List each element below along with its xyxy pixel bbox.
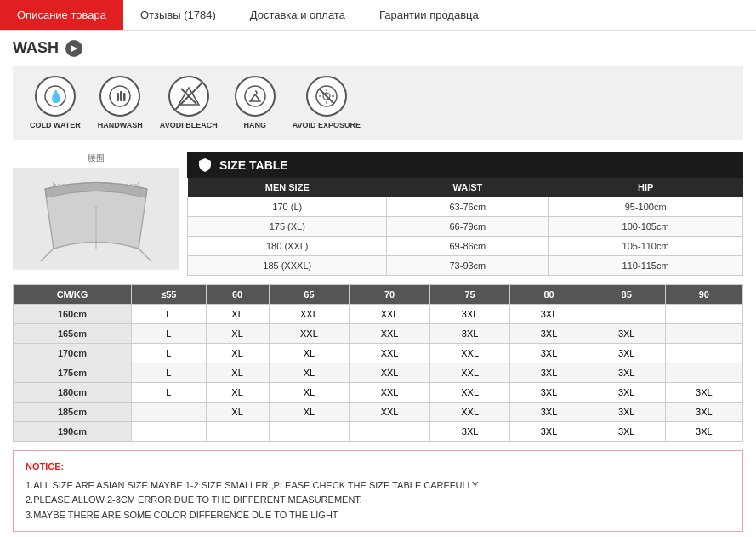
table-row: 175 (XL)66-79cm100-105cm <box>188 217 743 237</box>
hang-label: HANG <box>243 121 266 129</box>
table-row: 185 (XXXL)73-93cm110-115cm <box>188 256 743 276</box>
tab-bar: Описание товара Отзывы (1784) Доставка и… <box>0 0 756 31</box>
svg-rect-3 <box>117 93 119 101</box>
care-item-avodi-bleach: AVODI BLEACH <box>160 76 218 129</box>
shield-icon <box>197 157 213 173</box>
wash-header: WASH ▶ <box>13 39 743 57</box>
table-row: 175cmLXLXLXXLXXL3XL3XL <box>14 363 743 383</box>
table-row: 170cmLXLXLXXLXXL3XL3XL <box>14 344 743 363</box>
cold-water-icon: 💧 <box>35 76 76 117</box>
main-content: WASH ▶ 💧 COLD WATER <box>0 31 756 537</box>
col-waist: WAIST <box>387 178 549 197</box>
avodi-bleach-icon <box>168 76 209 117</box>
svg-text:💧: 💧 <box>48 89 63 104</box>
handwash-icon <box>99 76 140 117</box>
table-row: 170 (L)63-76cm95-100cm <box>188 197 743 217</box>
table-row: 165cmLXLXXLXXL3XL3XL3XL <box>14 324 743 344</box>
wash-title: WASH <box>13 39 59 57</box>
table-row: 185cmXLXLXXLXXL3XL3XL3XL <box>14 403 743 422</box>
wash-arrow-icon: ▶ <box>65 40 82 57</box>
care-item-avoid-exposure: AVOID EXPOSURE <box>293 76 361 129</box>
product-image-label: 腰围 <box>13 152 179 164</box>
tab-delivery[interactable]: Доставка и оплата <box>233 0 362 30</box>
product-image-box <box>13 168 179 270</box>
tab-guarantee[interactable]: Гарантии продавца <box>362 0 496 30</box>
col-men-size: MEN SIZE <box>188 178 387 197</box>
avoid-exposure-label: AVOID EXPOSURE <box>293 121 361 129</box>
col-hip: HIP <box>549 178 743 197</box>
avoid-exposure-icon <box>306 76 347 117</box>
svg-rect-5 <box>123 93 126 101</box>
product-image-area: 腰围 <box>13 152 179 270</box>
handwash-label: HANDWASH <box>98 121 143 129</box>
cold-water-label: COLD WATER <box>30 121 81 129</box>
notice-box: NOTICE: 1.ALL SIZE ARE ASIAN SIZE MAYBE … <box>13 450 743 532</box>
table-row: 180cmLXLXLXXLXXL3XL3XL3XL <box>14 383 743 403</box>
svg-point-8 <box>245 86 265 106</box>
care-item-cold-water: 💧 COLD WATER <box>30 76 81 129</box>
tab-reviews[interactable]: Отзывы (1784) <box>123 0 233 30</box>
size-table-title: SIZE TABLE <box>219 158 288 172</box>
svg-rect-4 <box>120 91 122 101</box>
size-grid-table: CM/KG≤5560657075808590 160cmLXLXXLXXL3XL… <box>13 284 743 442</box>
table-row: 160cmLXLXXLXXL3XL3XL <box>14 305 743 324</box>
size-table-wrapper: SIZE TABLE MEN SIZE WAIST HIP 170 (L)63-… <box>187 152 743 276</box>
table-row: 180 (XXL)69-86cm105-110cm <box>188 237 743 256</box>
care-item-hang: HANG <box>235 76 276 129</box>
tab-description[interactable]: Описание товара <box>0 0 123 30</box>
notice-title: NOTICE: <box>26 460 730 475</box>
table-row: 190cm3XL3XL3XL3XL <box>14 422 743 442</box>
size-table-header: SIZE TABLE <box>187 152 743 178</box>
size-main-table: MEN SIZE WAIST HIP 170 (L)63-76cm95-100c… <box>187 178 743 276</box>
middle-section: 腰围 <box>13 152 743 276</box>
hang-icon <box>235 76 276 117</box>
care-icons-row: 💧 COLD WATER HANDWASH <box>13 66 743 140</box>
avodi-bleach-label: AVODI BLEACH <box>160 121 218 129</box>
notice-lines: 1.ALL SIZE ARE ASIAN SIZE MAYBE 1-2 SIZE… <box>26 478 730 523</box>
care-item-handwash: HANDWASH <box>98 76 143 129</box>
